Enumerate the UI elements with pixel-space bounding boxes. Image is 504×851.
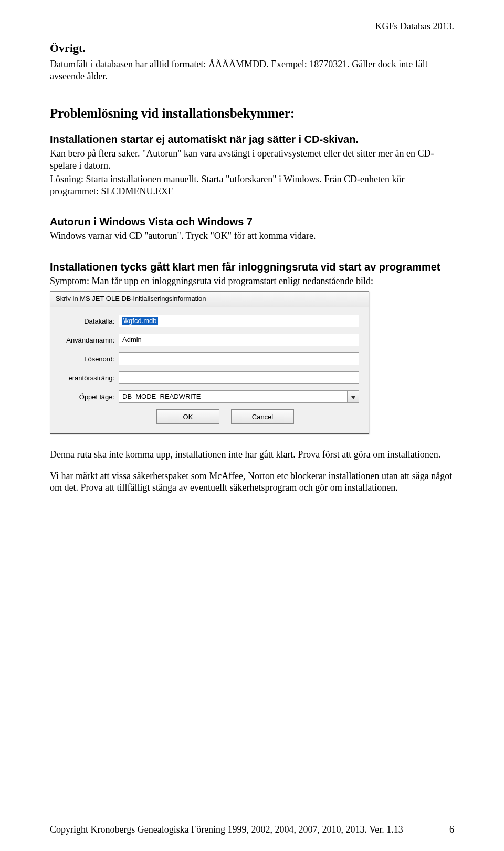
header-document-title: KGFs Databas 2013. <box>50 21 454 32</box>
row-anvandarnamn: Användarnamn: Admin <box>60 334 359 346</box>
input-anvandarnamn[interactable]: Admin <box>119 334 359 346</box>
label-losenord: Lösenord: <box>60 355 119 363</box>
svg-marker-0 <box>351 396 355 399</box>
chevron-down-icon <box>351 393 355 401</box>
row-oppet: Öppet läge: DB_MODE_READWRITE <box>60 390 359 403</box>
login-dialog: Skriv in MS JET OLE DB-initialiseringsin… <box>50 291 369 434</box>
input-erantor[interactable] <box>119 371 359 384</box>
label-erantor: erantörssträng: <box>60 374 119 382</box>
dialog-title: Skriv in MS JET OLE DB-initialiseringsin… <box>50 292 369 307</box>
row-erantor: erantörssträng: <box>60 371 359 384</box>
label-oppet: Öppet läge: <box>60 393 119 401</box>
paragraph-after-1: Denna ruta ska inte komma upp, installat… <box>50 449 454 461</box>
paragraph-ovrigt-body: Datumfält i databasen har alltid formate… <box>50 58 454 82</box>
ok-button[interactable]: OK <box>156 409 219 424</box>
heading-problem: Problemlösning vid installationsbekymmer… <box>50 106 454 121</box>
label-anvandarnamn: Användarnamn: <box>60 336 119 344</box>
combo-oppet[interactable]: DB_MODE_READWRITE <box>119 390 348 403</box>
paragraph-sub1-body2: Lösning: Starta installationen manuellt.… <box>50 173 454 197</box>
input-losenord[interactable] <box>119 352 359 365</box>
heading-install-login: Installationen tycks gått klart men får … <box>50 261 454 273</box>
label-datakalla: Datakälla: <box>60 317 119 325</box>
paragraph-autorun-body: Windows varnar vid CD "autorun". Tryck "… <box>50 230 454 242</box>
paragraph-install-symptom: Symptom: Man får upp en inloggningsruta … <box>50 275 454 287</box>
heading-autorun: Autorun i Windows Vista och Windows 7 <box>50 216 454 228</box>
heading-ovrigt: Övrigt. <box>50 41 454 55</box>
row-datakalla: Datakälla: \kgfcd.mdb <box>60 315 359 327</box>
paragraph-after-2: Vi har märkt att vissa säkerhetspaket so… <box>50 470 454 494</box>
row-losenord: Lösenord: <box>60 352 359 365</box>
footer-copyright: Copyright Kronobergs Genealogiska Föreni… <box>50 824 403 835</box>
combo-oppet-button[interactable] <box>348 390 359 403</box>
footer-page-number: 6 <box>449 824 454 835</box>
cancel-button[interactable]: Cancel <box>231 409 294 424</box>
paragraph-sub1-body1: Kan bero på flera saker. "Autorun" kan v… <box>50 148 454 171</box>
heading-install-no-start: Installationen startar ej automatiskt nä… <box>50 133 454 146</box>
input-datakalla[interactable]: \kgfcd.mdb <box>119 315 359 327</box>
